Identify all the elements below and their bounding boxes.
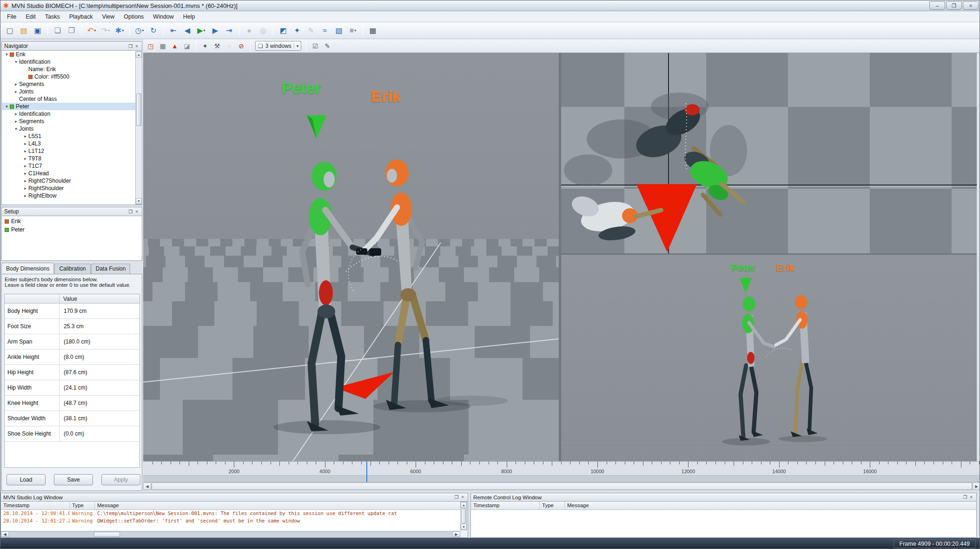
tab-data-fusion[interactable]: Data Fusion: [91, 264, 131, 274]
menu-edit[interactable]: Edit: [21, 11, 40, 22]
motion-analysis-button[interactable]: ◩: [277, 24, 290, 37]
close-panel-icon[interactable]: ×: [134, 44, 139, 49]
tree-item-rightc7shoulder[interactable]: ▸RightC7Shoulder: [2, 177, 142, 185]
close-button[interactable]: ×: [963, 1, 979, 10]
expand-icon[interactable]: ▸: [22, 193, 28, 198]
tab-body-dimensions[interactable]: Body Dimensions: [1, 263, 54, 274]
scroll-left-icon[interactable]: ◀: [143, 483, 151, 490]
collapse-icon[interactable]: ▾: [4, 104, 10, 109]
column-timestamp[interactable]: Timestamp: [471, 502, 540, 509]
next-frame-button[interactable]: ▶: [209, 24, 222, 37]
stopwatch-button[interactable]: ◷▾: [133, 24, 146, 37]
expand-icon[interactable]: ▸: [13, 89, 19, 94]
menu-view[interactable]: View: [97, 11, 119, 22]
menu-file[interactable]: File: [2, 11, 21, 22]
expand-icon[interactable]: ▸: [13, 112, 19, 116]
scroll-up-icon[interactable]: ▲: [136, 52, 142, 58]
timeline-track[interactable]: [143, 476, 980, 482]
scrollbar-thumb[interactable]: [461, 509, 466, 523]
overlay-off-button[interactable]: ⊘: [236, 40, 247, 52]
expand-icon[interactable]: ▸: [22, 186, 28, 191]
scroll-down-icon[interactable]: ▼: [461, 524, 467, 530]
tree-item-segments[interactable]: ▸Segments: [2, 118, 142, 125]
timeline-ruler[interactable]: 200040006000800010000120001400016000: [143, 462, 980, 476]
dimension-value-field[interactable]: (87.6 cm): [60, 365, 139, 380]
minimize-button[interactable]: –: [929, 1, 945, 10]
tree-item-t1c7[interactable]: ▸T1C7: [2, 162, 142, 170]
collapse-icon[interactable]: ▾: [13, 126, 19, 131]
go-to-start-button[interactable]: ⇤: [167, 24, 180, 37]
line-styles-button[interactable]: ≡▾: [346, 24, 359, 37]
new-file-button[interactable]: ▢: [3, 24, 16, 37]
menu-options[interactable]: Options: [119, 11, 148, 22]
scroll-right-icon[interactable]: ▶: [973, 483, 980, 490]
save-button[interactable]: Save: [54, 474, 93, 485]
contacts-checkbox-button[interactable]: ☑: [310, 40, 321, 52]
show-origin-button[interactable]: ▲: [169, 40, 180, 52]
viewport-3d-top[interactable]: [561, 53, 977, 253]
tree-item-name-erik[interactable]: Name: Erik: [2, 66, 142, 73]
column-type[interactable]: Type: [540, 502, 565, 509]
column-message[interactable]: Message: [95, 502, 468, 509]
tree-item-identification[interactable]: ▸Identification: [2, 110, 142, 118]
scroll-right-icon[interactable]: ▶: [452, 531, 460, 537]
column-type[interactable]: Type: [70, 502, 95, 509]
skeleton-view-button[interactable]: ✦: [291, 24, 304, 37]
viewport-3d-main[interactable]: Peter Erik: [143, 53, 559, 461]
figure-erik-side[interactable]: [776, 295, 818, 437]
tree-item-center-of-mass[interactable]: Center of Mass: [2, 95, 142, 103]
tree-item-erik[interactable]: ▾Erik: [2, 51, 142, 58]
tree-item-rightshoulder[interactable]: ▸RightShoulder: [2, 185, 142, 192]
log-row[interactable]: 28.10.2014 - 12:01:27.225WarningQWidget:…: [1, 517, 468, 525]
menu-playback[interactable]: Playback: [65, 11, 98, 22]
tree-item-color-ff5500[interactable]: Color: #ff5500: [2, 73, 142, 80]
expand-icon[interactable]: ▸: [22, 164, 28, 168]
dimension-value-field[interactable]: (180.0 cm): [60, 334, 139, 349]
timeline-cursor[interactable]: [366, 462, 367, 482]
tree-item-l1t12[interactable]: ▸L1T12: [2, 147, 142, 155]
expand-icon[interactable]: ▸: [22, 141, 28, 146]
undo-button[interactable]: ↶▾: [85, 24, 98, 37]
line-chart-button[interactable]: ≈: [318, 24, 331, 37]
expand-icon[interactable]: ▸: [22, 179, 28, 183]
collapse-icon[interactable]: ▾: [13, 60, 19, 64]
dimension-value-field[interactable]: (24.1 cm): [60, 380, 139, 395]
float-panel-icon[interactable]: ❐: [961, 495, 968, 500]
log-row[interactable]: 28.10.2014 - 12:00:41.002WarningC:\temp\…: [1, 510, 468, 517]
draw-tool-button[interactable]: ✎: [322, 40, 333, 52]
copy-button[interactable]: ❏: [51, 24, 64, 37]
tools-button[interactable]: ⚒: [212, 40, 223, 52]
tree-item-c1head[interactable]: ▸C1Head: [2, 170, 142, 177]
setup-item-peter[interactable]: Peter: [2, 225, 142, 234]
tree-item-identification[interactable]: ▾Identification: [2, 58, 142, 66]
fit-view-button[interactable]: ◳: [145, 40, 156, 52]
dimension-value-field[interactable]: (8.0 cm): [60, 350, 139, 364]
dimension-value-field[interactable]: (0.0 cm): [60, 426, 139, 441]
dimension-value-field[interactable]: (38.1 cm): [60, 411, 139, 426]
tree-item-joints[interactable]: ▸Joints: [2, 88, 142, 95]
tree-item-l5s1[interactable]: ▸L5S1: [2, 132, 142, 140]
column-message[interactable]: Message: [565, 502, 976, 509]
collapse-icon[interactable]: ▾: [4, 52, 10, 57]
navigator-scrollbar[interactable]: ▲ ▼: [135, 51, 142, 205]
scroll-down-icon[interactable]: ▼: [136, 198, 142, 204]
log-vscrollbar[interactable]: ▲ ▼: [460, 502, 467, 530]
dimension-value-field[interactable]: 25.3 cm: [60, 319, 139, 334]
dimension-value-field[interactable]: (48.7 cm): [60, 396, 139, 410]
close-panel-icon[interactable]: ×: [134, 209, 139, 214]
expand-icon[interactable]: ▸: [13, 119, 19, 124]
character-button[interactable]: ✦: [199, 40, 211, 52]
tree-item-l4l3[interactable]: ▸L4L3: [2, 140, 142, 147]
sync-options-button[interactable]: ✱▾: [113, 24, 126, 37]
open-file-button[interactable]: ▤: [17, 24, 30, 37]
load-button[interactable]: Load: [7, 474, 46, 485]
setup-item-erik[interactable]: Erik: [2, 217, 142, 225]
close-panel-icon[interactable]: ×: [968, 495, 974, 500]
show-grid-button[interactable]: ▦: [157, 40, 168, 52]
paste-button[interactable]: ❐: [65, 24, 78, 37]
float-panel-icon[interactable]: ❐: [127, 209, 134, 214]
scroll-up-icon[interactable]: ▲: [461, 502, 467, 508]
scrollbar-thumb[interactable]: [94, 532, 120, 537]
previous-frame-button[interactable]: ◀: [181, 24, 194, 37]
window-layout-select[interactable]: ❏3 windows▾: [255, 41, 301, 51]
